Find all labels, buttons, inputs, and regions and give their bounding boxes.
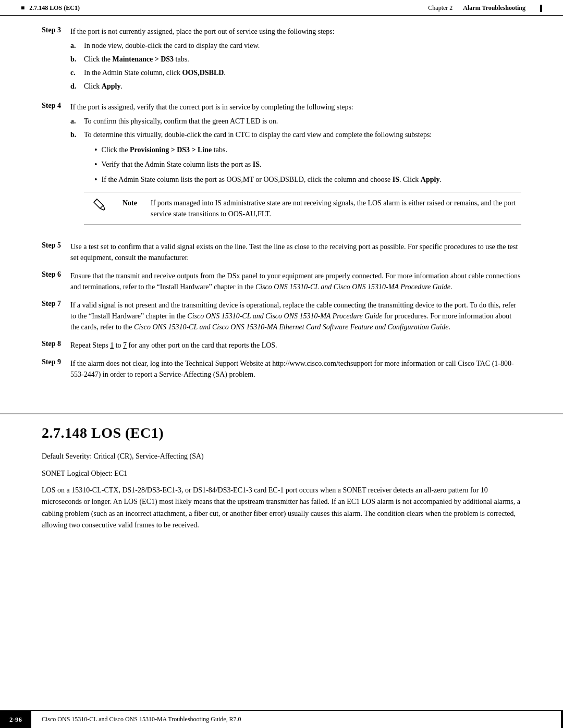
bullet-3: • If the Admin State column lists the po… bbox=[94, 174, 521, 186]
bullet-1-dot: • bbox=[94, 144, 97, 156]
step-3a-label: a. bbox=[70, 40, 82, 51]
step-3c-label: c. bbox=[70, 67, 82, 78]
section-heading: 2.7.148 LOS (EC1) bbox=[0, 425, 563, 441]
step-3-content: If the port is not currently assigned, p… bbox=[70, 26, 521, 94]
step-5: Step 5 Use a test set to confirm that a … bbox=[42, 241, 521, 263]
footer-page-number: 2-96 bbox=[0, 711, 31, 728]
section-body: Default Severity: Critical (CR), Service… bbox=[0, 451, 563, 531]
step-9-label: Step 9 bbox=[42, 358, 70, 380]
step-3d-label: d. bbox=[70, 81, 82, 92]
step-3b-content: Click the Maintenance > DS3 tabs. bbox=[84, 54, 521, 65]
header-bullet: ■ bbox=[21, 4, 25, 11]
note-icon-area bbox=[84, 198, 115, 217]
note-box: Note If ports managed into IS administra… bbox=[84, 192, 521, 225]
header-right: Chapter 2 Alarm Troubleshooting bbox=[428, 4, 542, 12]
footer-text: Cisco ONS 15310-CL and Cisco ONS 15310-M… bbox=[31, 711, 561, 728]
bullet-3-dot: • bbox=[94, 174, 97, 186]
step-3-text: If the port is not currently assigned, p… bbox=[70, 28, 335, 35]
bullet-3-text: If the Admin State column lists the port… bbox=[102, 174, 442, 185]
header-separator-bar bbox=[540, 5, 542, 12]
step-4b: b. To determine this virtually, double-c… bbox=[70, 129, 521, 231]
step-3c-content: In the Admin State column, click OOS,DSB… bbox=[84, 67, 521, 78]
bullet-2-dot: • bbox=[94, 159, 97, 170]
section-severity: Default Severity: Critical (CR), Service… bbox=[42, 451, 521, 462]
page-footer: 2-96 Cisco ONS 15310-CL and Cisco ONS 15… bbox=[0, 710, 563, 728]
note-text: If ports managed into IS administrative … bbox=[151, 198, 521, 219]
step-4b-bullets: • Click the Provisioning > DS3 > Line ta… bbox=[94, 144, 521, 186]
step-8: Step 8 Repeat Steps 1 to 7 for any other… bbox=[42, 340, 521, 351]
step-8-label: Step 8 bbox=[42, 340, 70, 351]
step-4a: a. To confirm this physically, confirm t… bbox=[70, 116, 521, 127]
step-3d: d. Click Apply. bbox=[70, 81, 521, 92]
note-label: Note bbox=[123, 198, 143, 208]
step-8-content: Repeat Steps 1 to 7 for any other port o… bbox=[70, 340, 521, 351]
step-4b-label: b. bbox=[70, 129, 82, 231]
header-title: Alarm Troubleshooting bbox=[463, 4, 525, 12]
step-3: Step 3 If the port is not currently assi… bbox=[42, 26, 521, 94]
section-object: SONET Logical Object: EC1 bbox=[42, 468, 521, 479]
pencil-icon bbox=[92, 198, 107, 217]
step-4-substeps: a. To confirm this physically, confirm t… bbox=[70, 116, 521, 231]
page-header: ■ 2.7.148 LOS (EC1) Chapter 2 Alarm Trou… bbox=[0, 0, 563, 16]
step-4: Step 4 If the port is assigned, verify t… bbox=[42, 102, 521, 234]
step-3a-content: In node view, double-click the card to d… bbox=[84, 40, 521, 51]
step-4-label: Step 4 bbox=[42, 102, 70, 234]
link-step-1[interactable]: 1 bbox=[110, 341, 114, 349]
bullet-2: • Verify that the Admin State column lis… bbox=[94, 159, 521, 170]
step-4a-label: a. bbox=[70, 116, 82, 127]
step-9: Step 9 If the alarm does not clear, log … bbox=[42, 358, 521, 380]
bullet-1-text: Click the Provisioning > DS3 > Line tabs… bbox=[102, 144, 227, 155]
step-3a: a. In node view, double-click the card t… bbox=[70, 40, 521, 51]
step-4b-content: To determine this virtually, double-clic… bbox=[84, 129, 521, 231]
step-6: Step 6 Ensure that the transmit and rece… bbox=[42, 270, 521, 292]
step-9-content: If the alarm does not clear, log into th… bbox=[70, 358, 521, 380]
step-3b: b. Click the Maintenance > DS3 tabs. bbox=[70, 54, 521, 65]
step-5-label: Step 5 bbox=[42, 241, 70, 263]
step-7: Step 7 If a valid signal is not present … bbox=[42, 300, 521, 332]
step-7-content: If a valid signal is not present and the… bbox=[70, 300, 521, 332]
step-3-label: Step 3 bbox=[42, 26, 70, 94]
step-3c: c. In the Admin State column, click OOS,… bbox=[70, 67, 521, 78]
step-3b-label: b. bbox=[70, 54, 82, 65]
main-content: Step 3 If the port is not currently assi… bbox=[0, 16, 563, 398]
step-4-text: If the port is assigned, verify that the… bbox=[70, 103, 353, 111]
step-4-content: If the port is assigned, verify that the… bbox=[70, 102, 521, 234]
section-divider bbox=[0, 413, 563, 414]
header-breadcrumb: ■ 2.7.148 LOS (EC1) bbox=[21, 4, 80, 12]
step-7-label: Step 7 bbox=[42, 300, 70, 332]
step-5-content: Use a test set to confirm that a valid s… bbox=[70, 241, 521, 263]
footer-separator-bar bbox=[561, 711, 563, 728]
step-4a-content: To confirm this physically, confirm that… bbox=[84, 116, 521, 127]
step-3d-content: Click Apply. bbox=[84, 81, 521, 92]
step-6-label: Step 6 bbox=[42, 270, 70, 292]
bullet-1: • Click the Provisioning > DS3 > Line ta… bbox=[94, 144, 521, 156]
header-chapter: Chapter 2 bbox=[428, 4, 452, 12]
section-description: LOS on a 15310-CL-CTX, DS1-28/DS3-EC1-3,… bbox=[42, 485, 521, 532]
bullet-2-text: Verify that the Admin State column lists… bbox=[102, 159, 262, 170]
link-step-7[interactable]: 7 bbox=[123, 341, 127, 349]
step-3-substeps: a. In node view, double-click the card t… bbox=[70, 40, 521, 92]
step-6-content: Ensure that the transmit and receive out… bbox=[70, 270, 521, 292]
